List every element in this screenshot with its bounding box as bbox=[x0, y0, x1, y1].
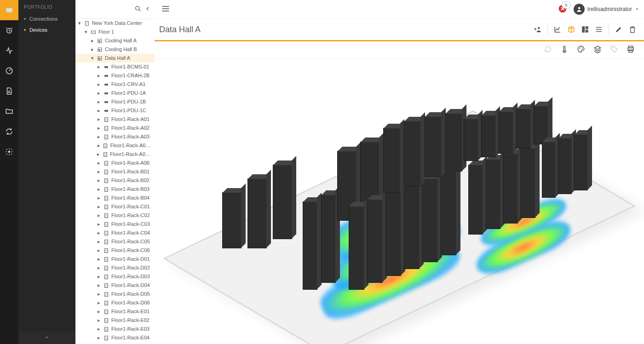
user-menu[interactable]: trellisadministrator bbox=[574, 4, 639, 15]
tree-node[interactable]: ▸Floor1-BCMS-01 bbox=[75, 63, 155, 71]
tree-node[interactable]: ▸Floor1-Rack-C06 bbox=[75, 246, 155, 255]
tree-search-icon[interactable] bbox=[134, 5, 142, 14]
tree-node[interactable]: ▸Floor1-Rack-D01 bbox=[75, 255, 155, 264]
rack-3d[interactable] bbox=[383, 128, 400, 193]
rack-3d[interactable] bbox=[499, 111, 513, 154]
rack-3d[interactable] bbox=[481, 115, 496, 157]
rack-icon bbox=[103, 327, 109, 332]
tree-node-label: Floor1-Rack-D04 bbox=[111, 282, 150, 289]
tree-node[interactable]: ▸Floor1-CRAH-2B bbox=[75, 71, 155, 80]
portfolio-collapse[interactable] bbox=[18, 331, 75, 344]
rack-3d[interactable] bbox=[542, 142, 556, 198]
rack-3d[interactable] bbox=[367, 199, 383, 283]
rail-sync[interactable] bbox=[0, 121, 18, 142]
tree-node[interactable]: ▸Floor1-Rack-D03 bbox=[75, 272, 155, 281]
rack-3d[interactable] bbox=[385, 192, 401, 276]
rack-3d[interactable] bbox=[404, 121, 421, 186]
tree-node[interactable]: ▾New York Data Center bbox=[75, 19, 155, 28]
rack-3d[interactable] bbox=[441, 172, 456, 255]
list-view-button[interactable] bbox=[595, 25, 603, 34]
rack-3d[interactable] bbox=[445, 113, 462, 172]
tree-node[interactable]: ▸Floor1-Rack-E03 bbox=[75, 325, 155, 333]
rack-3d[interactable] bbox=[521, 148, 535, 218]
tree-node[interactable]: ▸Floor1-Rack-C04 bbox=[75, 229, 155, 237]
panel-view-button[interactable] bbox=[581, 25, 589, 34]
tree-node[interactable]: ▸Floor1-Rack-A03 bbox=[75, 132, 155, 141]
tree-node[interactable]: ▸Floor1-Rack-A06 bbox=[75, 159, 155, 167]
rail-dashboard[interactable] bbox=[0, 0, 18, 20]
tree-node[interactable]: ▸Floor1-Rack-D04 bbox=[75, 281, 155, 290]
rail-gauge[interactable] bbox=[0, 61, 18, 81]
tree-node[interactable]: ▸Floor1-Rack-D02 bbox=[75, 264, 155, 272]
palette-button[interactable] bbox=[577, 45, 585, 55]
tree-node[interactable]: ▸Floor1-Rack-D05 bbox=[75, 290, 155, 298]
svg-rect-16 bbox=[104, 110, 108, 112]
rack-3d[interactable] bbox=[404, 185, 420, 269]
add-people-button[interactable] bbox=[534, 25, 542, 34]
tree-node[interactable]: ▸Cooling Hall A bbox=[75, 36, 155, 45]
tree-node[interactable]: ▾Floor 1 bbox=[75, 28, 155, 36]
print-button[interactable] bbox=[627, 45, 635, 55]
tree-node[interactable]: ▸Floor1-Rack-B01 bbox=[75, 167, 155, 176]
chart-view-button[interactable] bbox=[553, 25, 562, 34]
tree-node[interactable]: ▸Floor1-Rack-C03 bbox=[75, 220, 155, 229]
rail-activity[interactable] bbox=[0, 40, 18, 61]
rack-3d[interactable] bbox=[247, 178, 267, 248]
rack-3d[interactable] bbox=[468, 165, 483, 235]
tree-node[interactable]: ▸Floor1-Rack-A04-HP bbox=[75, 141, 155, 150]
rail-report[interactable] bbox=[0, 81, 18, 101]
rack-3d[interactable] bbox=[486, 159, 500, 229]
rack-3d[interactable] bbox=[321, 195, 336, 283]
tree-collapse-icon[interactable] bbox=[144, 6, 151, 13]
tree-node[interactable]: ▸Floor1-Rack-E02 bbox=[75, 316, 155, 325]
tree-node[interactable]: ▸Floor1-Rack-D06 bbox=[75, 298, 155, 307]
rack-icon bbox=[103, 300, 109, 306]
portfolio-link-connections[interactable]: Connections bbox=[18, 13, 75, 24]
rack-3d[interactable] bbox=[516, 109, 531, 149]
tree-node[interactable]: ▸Floor1-Rack-E01 bbox=[75, 307, 155, 316]
tree-node[interactable]: ▾Data Hall A bbox=[75, 54, 155, 63]
tree-node[interactable]: ▸Floor1-Rack-B03 bbox=[75, 185, 155, 194]
rack-3d[interactable] bbox=[425, 116, 442, 177]
thermometer-button[interactable] bbox=[560, 45, 569, 55]
tree-node[interactable]: ▸Floor1-Rack-A02 bbox=[75, 124, 155, 132]
rail-folder[interactable] bbox=[0, 101, 18, 121]
tree-node[interactable]: ▸Floor1-Rack-B02 bbox=[75, 176, 155, 185]
rail-settings[interactable] bbox=[0, 142, 18, 162]
tree-node[interactable]: ▸Floor1-PDU-1A bbox=[75, 89, 155, 97]
tree-node[interactable]: ▸Floor1-Rack-E05 bbox=[75, 342, 155, 344]
tree-node[interactable]: ▸Floor1-Rack-E04 bbox=[75, 333, 155, 342]
rack-3d[interactable] bbox=[558, 138, 572, 194]
rack-3d[interactable] bbox=[464, 119, 478, 161]
3d-canvas[interactable] bbox=[155, 59, 644, 344]
refresh-button[interactable] bbox=[544, 45, 552, 55]
rack-3d[interactable] bbox=[222, 192, 242, 248]
rack-3d[interactable] bbox=[422, 178, 438, 262]
rack-3d[interactable] bbox=[574, 134, 588, 190]
rack-3d[interactable] bbox=[503, 154, 518, 224]
tree-node[interactable]: ▸Floor1-CRV-A1 bbox=[75, 80, 155, 89]
alerts-button[interactable]: 5 bbox=[558, 4, 567, 15]
edit-button[interactable] bbox=[615, 25, 623, 34]
rack-3d[interactable] bbox=[349, 206, 364, 290]
tree-node[interactable]: ▸Floor1-Rack-C02 bbox=[75, 211, 155, 220]
tree-node[interactable]: ▸Floor1-Rack-A05-IBM bbox=[75, 150, 155, 159]
tree-node[interactable]: ▸Floor1-Rack-B04 bbox=[75, 194, 155, 202]
tree-node[interactable]: ▸Floor1-Rack-C05 bbox=[75, 237, 155, 246]
rack-3d[interactable] bbox=[303, 201, 317, 290]
3d-view-button[interactable] bbox=[567, 25, 575, 34]
layers-button[interactable] bbox=[593, 45, 602, 55]
rail-alarm[interactable] bbox=[0, 20, 18, 40]
device-tree[interactable]: ▾New York Data Center▾Floor 1▸Cooling Ha… bbox=[75, 19, 155, 344]
tree-node[interactable]: ▸Floor1-PDU-1C bbox=[75, 106, 155, 115]
tree-node[interactable]: ▸Floor1-PDU-1B bbox=[75, 97, 155, 106]
tag-button[interactable] bbox=[610, 45, 618, 55]
tree-node[interactable]: ▸Cooling Hall B bbox=[75, 45, 155, 54]
hamburger-icon[interactable] bbox=[161, 4, 170, 15]
tree-node[interactable]: ▸Floor1-Rack-A01 bbox=[75, 115, 155, 124]
delete-button[interactable] bbox=[628, 25, 637, 34]
portfolio-link-devices[interactable]: Devices bbox=[18, 24, 75, 35]
tree-node[interactable]: ▸Floor1-Rack-C01 bbox=[75, 202, 155, 211]
tree-node-label: Floor1-Rack-E01 bbox=[111, 308, 150, 315]
rack-3d[interactable] bbox=[273, 165, 292, 239]
